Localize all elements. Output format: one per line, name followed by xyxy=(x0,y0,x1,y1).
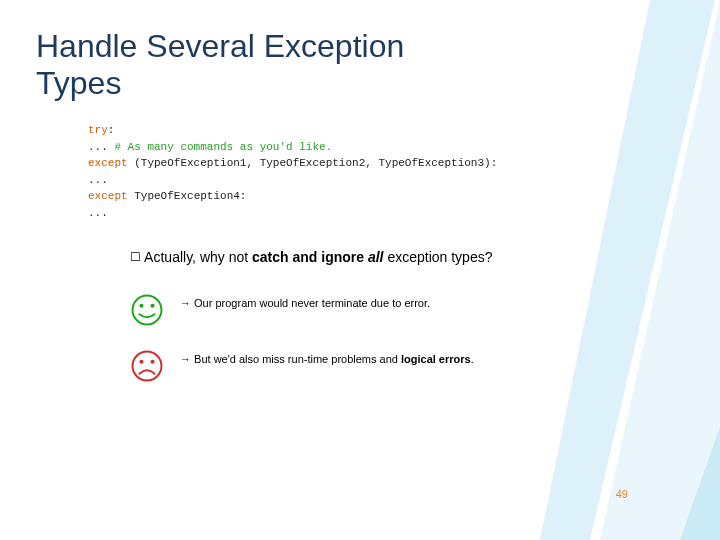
svg-marker-3 xyxy=(680,200,720,540)
svg-point-7 xyxy=(133,351,162,380)
bullet-marker: ☐ xyxy=(130,250,141,264)
svg-marker-1 xyxy=(540,0,715,540)
slide-title: Handle Several Exception Types xyxy=(36,28,456,102)
svg-point-6 xyxy=(150,304,154,308)
bullet-question: ☐ Actually, why not catch and ignore all… xyxy=(130,248,560,267)
smiley-icon xyxy=(130,293,164,327)
point-con: → But we'd also miss run-time problems a… xyxy=(130,349,560,383)
background-decoration xyxy=(540,0,720,540)
code-block: try: ... # As many commands as you'd lik… xyxy=(88,122,497,221)
content-area: ☐ Actually, why not catch and ignore all… xyxy=(130,248,560,405)
svg-point-4 xyxy=(133,295,162,324)
frown-icon xyxy=(130,349,164,383)
svg-point-5 xyxy=(139,304,143,308)
svg-point-9 xyxy=(150,360,154,364)
page-number: 49 xyxy=(616,488,628,500)
svg-marker-0 xyxy=(600,0,720,540)
svg-point-8 xyxy=(139,360,143,364)
point-con-text: → But we'd also miss run-time problems a… xyxy=(180,349,474,368)
point-pro-text: → Our program would never terminate due … xyxy=(180,293,430,312)
point-pro: → Our program would never terminate due … xyxy=(130,293,560,327)
